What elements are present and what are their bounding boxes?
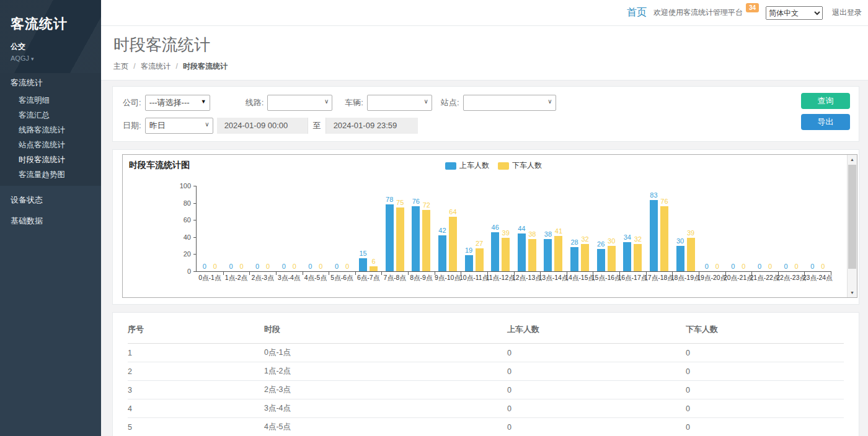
y-axis-label: 60 [172,216,191,224]
bar-value-label: 34 [624,233,631,242]
bar-boarding [676,246,684,271]
content: 公司: ---请选择---▼ 线路: ∨ 车辆: ∨ 站点: ∨ 日期: 昨日∨… [101,81,868,436]
bar-value-label: 19 [465,246,472,255]
sidebar-item-时段客流统计[interactable]: 时段客流统计 [0,152,101,167]
col-header-boarding: 上车人数 [507,316,686,344]
bar-value-label: 30 [676,237,684,245]
chart-bar-group: 0022点-23点 [778,186,805,271]
bar-value-label: 42 [438,227,446,235]
x-axis-label: 22点-23点 [776,274,806,282]
bar-value-label: 0 [203,263,206,271]
app-brand: 客流统计 [11,15,101,33]
date-from-input[interactable] [217,118,308,134]
bar-value-label: 0 [293,263,296,271]
sidebar-item-客流明细[interactable]: 客流明细 [0,93,101,108]
legend-swatch-icon [445,162,456,170]
x-axis-label: 16点-17点 [618,274,647,282]
x-axis-label: 20点-21点 [724,274,753,282]
scroll-down-arrow-icon[interactable]: ▼ [848,288,857,297]
sidebar-item-线路客流统计[interactable]: 线路客流统计 [0,123,101,137]
date-preset-select[interactable]: 昨日 [145,118,213,134]
x-axis-label: 17点-18点 [644,274,674,282]
station-select[interactable] [463,95,556,111]
chart-bar-group: 004点-5点 [303,186,329,271]
sidebar-item-站点客流统计[interactable]: 站点客流统计 [0,137,101,152]
breadcrumb-section[interactable]: 客流统计 [141,62,170,71]
bar-boarding [650,200,658,271]
table-cell: 0 [686,362,844,381]
chart-bar-group: 263015点-16点 [593,186,619,271]
breadcrumb-current: 时段客流统计 [183,62,228,71]
logout-link[interactable]: 退出登录 [832,7,862,18]
table-cell: 1点-2点 [264,362,507,381]
company-label: 公司: [123,97,141,108]
sidebar-item-客流量趋势图[interactable]: 客流量趋势图 [0,167,101,182]
filter-row-1: 公司: ---请选择---▼ 线路: ∨ 车辆: ∨ 站点: ∨ [123,94,849,111]
table-row: 21点-2点00 [128,362,844,381]
table-cell: 0 [507,344,686,362]
chart-bar-group: 303918点-19点 [672,186,699,271]
home-link[interactable]: 首页 [627,6,647,19]
sidebar-section-passenger-stats[interactable]: 客流统计 [0,73,101,93]
bar-value-label: 0 [810,263,814,271]
table-header-row: 序号 时段 上车人数 下车人数 [128,316,844,344]
org-code-dropdown[interactable]: AQGJ▾ [11,54,101,62]
bar-value-label: 0 [731,263,735,271]
table-cell: 0 [507,399,686,418]
y-axis-tick [193,220,197,220]
bar-alighting [687,238,695,271]
chart-bar-group: 76728点-9点 [408,186,435,271]
y-axis-tick [193,203,197,204]
date-to-input[interactable] [326,118,418,134]
bar-value-label: 38 [544,230,552,238]
bar-alighting [608,246,616,271]
bar-alighting [528,239,536,271]
line-select[interactable] [267,95,332,111]
scrollbar-thumb[interactable] [848,165,856,269]
bar-alighting [449,217,457,271]
bar-value-label: 6 [372,258,376,266]
chart-bar-group: 0021点-22点 [751,186,778,271]
table-row: 54点-5点00 [128,418,844,436]
bar-alighting [634,244,642,271]
bar-value-label: 0 [705,263,709,271]
bar-value-label: 41 [555,227,562,235]
y-axis-label: 40 [172,233,191,241]
table-cell: 2 [128,362,264,381]
chart-bar-group: 002点-3点 [249,186,276,271]
sidebar: 客流统计 公交 AQGJ▾ 客流统计 客流明细客流汇总线路客流统计站点客流统计时… [0,0,101,436]
bar-value-label: 0 [742,263,745,271]
y-axis-tick [193,254,197,255]
table-cell: 4 [128,399,264,418]
language-select[interactable]: 简体中文 [766,6,823,20]
sidebar-section-device-status[interactable]: 设备状态 [0,191,101,209]
bar-value-label: 64 [449,208,456,216]
x-axis-label: 9点-10点 [435,274,461,282]
chart-bar-group: 463911点-12点 [487,186,514,271]
chart-bar-group: 1566点-7点 [355,186,382,271]
bar-value-label: 76 [660,198,668,206]
chart-bar-group: 000点-1点 [197,186,223,271]
chart-vertical-scrollbar[interactable]: ▲ ▼ [847,155,857,297]
topbar: 首页 欢迎使用客流统计管理平台 34 简体中文 退出登录 [101,0,868,26]
sidebar-section-base-data[interactable]: 基础数据 [0,212,101,230]
query-button[interactable]: 查询 [801,93,850,109]
bar-value-label: 28 [570,238,578,246]
chart-bar-group: 283214点-15点 [567,186,593,271]
export-button[interactable]: 导出 [801,114,850,130]
chart-bar-group: 001点-2点 [223,186,250,271]
bar-value-label: 0 [308,263,312,271]
bar-value-label: 83 [650,191,657,199]
breadcrumb-home[interactable]: 主页 [113,62,128,71]
company-select[interactable]: ---请选择--- [145,95,210,111]
y-axis-tick [193,237,197,238]
chart-bar-group: 42649点-10点 [435,186,461,271]
vehicle-select[interactable] [367,95,432,111]
sidebar-item-客流汇总[interactable]: 客流汇总 [0,108,101,123]
bar-boarding [465,255,473,271]
breadcrumb: 主页 / 客流统计 / 时段客流统计 [113,61,868,72]
scroll-up-arrow-icon[interactable]: ▲ [848,155,857,164]
x-axis-label: 11点-12点 [486,274,515,282]
page-header: 时段客流统计 主页 / 客流统计 / 时段客流统计 [101,26,868,81]
chart-container: 时段车流统计图 上车人数下车人数 000点-1点001点-2点002点-3点00… [122,154,857,298]
